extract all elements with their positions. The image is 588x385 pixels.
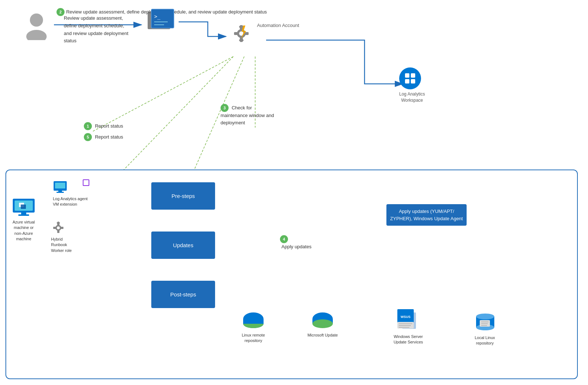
svg-point-50 [57,226,60,229]
step1-badge: 1 [84,122,92,130]
step4-badge: 4 [280,235,288,243]
agent-label: Log Analytics agentVM extension [53,196,87,207]
svg-rect-37 [405,79,409,83]
step3-badge: 3 [221,104,229,112]
wsus-label: Windows ServerUpdate Services [386,334,430,345]
svg-rect-53 [53,227,56,229]
step3-text: Check for maintenance window and deploym… [221,105,274,125]
svg-point-64 [312,319,333,328]
step1-label: 1 Report status [84,122,123,130]
svg-text:WSUS: WSUS [401,315,410,319]
svg-point-74 [476,314,494,319]
svg-rect-52 [57,230,59,233]
step1-text: Report status [95,123,123,129]
hybrid-label: HybridRunbookWorker role [51,237,72,253]
portal-icon: >_ [144,7,177,36]
svg-point-17 [26,30,47,40]
post-steps-label: Post-steps [170,291,196,298]
svg-rect-54 [61,227,63,229]
linux-repo-label: Linux remoterepository [233,332,273,344]
svg-point-16 [30,13,43,27]
step2-desc-text: Review update assessment, define deploym… [64,15,128,43]
diagram-container: 2 Review update assessment, define deplo… [0,0,588,385]
step2-badge: 2 [57,8,65,16]
automation-account-label: Automation Account [257,23,299,28]
svg-rect-38 [411,79,415,83]
svg-text:>_: >_ [154,13,160,20]
svg-rect-44 [21,205,26,209]
user-icon [22,11,51,40]
svg-rect-46 [55,183,65,188]
log-analytics-circle [399,67,421,89]
svg-rect-29 [245,32,249,35]
bottom-section-box [5,170,578,379]
step5-label: 5 Report status [84,133,123,141]
svg-line-7 [93,57,233,131]
step3-label: 3 Check for maintenance window and deplo… [221,104,279,126]
svg-rect-36 [411,73,415,78]
step2-description: Review update assessment, define deploym… [64,15,131,45]
step4-text: Apply updates [281,244,311,249]
svg-rect-28 [234,32,238,35]
extension-badge [83,179,89,186]
local-linux-label: Local Linuxrepository [465,335,505,346]
automation-account-icon [228,20,255,49]
log-analytics-label: Log AnalyticsWorkspace [399,91,425,104]
log-analytics-icon: Log AnalyticsWorkspace [399,67,425,104]
step5-badge: 5 [84,133,92,141]
hybrid-runbook-icon: HybridRunbookWorker role [51,221,72,253]
svg-rect-42 [18,214,29,216]
apply-updates-label: Apply updates (YUM/APT/ ZYPHER), Windows… [390,209,463,221]
msupdate-label: Microsoft Update [303,332,343,338]
svg-rect-48 [57,192,64,193]
azure-vm-icon: Azure virtualmachine ornon-Azuremachine [11,197,36,242]
wsus-icon: WSUS Windows ServerUpdate Services [386,308,430,345]
linux-repo-icon: Linux remoterepository [233,310,273,344]
pre-steps-box: Pre-steps [151,182,215,210]
apply-updates-box: Apply updates (YUM/APT/ ZYPHER), Windows… [386,204,467,226]
agent-icon: Log Analytics agentVM extension [53,180,87,207]
pre-steps-label: Pre-steps [171,193,195,199]
msupdate-icon: Microsoft Update [303,310,343,338]
svg-rect-60 [243,319,264,324]
step4-label: 4 Apply updates [280,235,311,249]
post-steps-box: Post-steps [151,281,215,308]
svg-rect-35 [405,73,409,78]
updates-box: Updates [151,232,215,259]
step5-text: Report status [95,134,123,140]
updates-label: Updates [173,242,194,248]
automation-account-text: Automation Account [257,23,299,28]
local-linux-repo-icon: Local Linuxrepository [465,309,505,346]
vm-label: Azure virtualmachine ornon-Azuremachine [11,219,36,242]
